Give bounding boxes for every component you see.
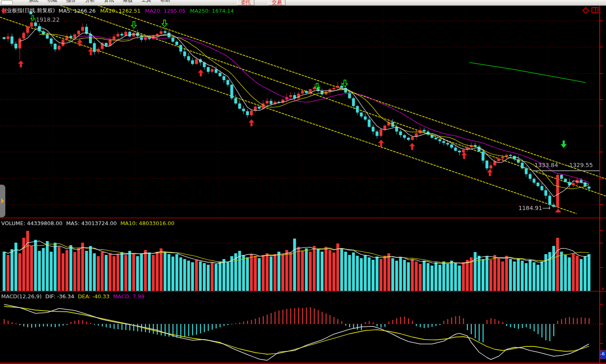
peak-price-label: 1918.22 (36, 16, 60, 23)
low-arrow: ⟶ (542, 205, 550, 211)
axis-value-badge: -6 (600, 350, 606, 359)
buy-signal-arrow (88, 48, 94, 55)
menu-item-6[interactable]: 工具 (141, 0, 151, 4)
diamond-icon[interactable] (582, 7, 589, 14)
ma-values: MA5: 1266.26MA10: 1262.51MA20: 1295.05MA… (58, 8, 234, 14)
sell-signal-arrow (342, 80, 348, 87)
menu-items: 系统功能报价分析资讯港股工具帮助 (29, 0, 170, 4)
menu-item-7[interactable]: 帮助 (160, 0, 170, 4)
menu-item-0[interactable]: 系统 (29, 0, 38, 4)
chart-title: 创业板指(日线.前复权) (1, 7, 55, 14)
price-level-line[interactable] (533, 170, 599, 171)
menu-item-4[interactable]: 资讯 (104, 0, 114, 4)
buy-signal-arrow (461, 152, 467, 159)
menubar: 系统功能报价分析资讯港股工具帮助 委托 交易 (0, 0, 606, 6)
macd-value-0: MACD(12,26,9) (1, 293, 42, 299)
buy-signal-arrow (198, 69, 204, 76)
ma-value-0: MA5: 1266.26 (58, 8, 96, 14)
level-label-left: 1333.84 (534, 162, 558, 168)
low-price-label: 1184.91⟶ (518, 205, 550, 211)
low-point-triangle (555, 209, 561, 212)
sell-signal-arrow (314, 83, 320, 90)
volume-value-0: VOLUME: 44339808.00 (1, 220, 63, 226)
buy-signal-arrow (378, 140, 384, 147)
split-window-icon[interactable] (591, 7, 599, 14)
volume-value-1: MA5: 43013724.00 (66, 220, 117, 226)
peak-square-icon (29, 11, 32, 14)
menu-item-2[interactable]: 报价 (66, 0, 76, 4)
volume-header: VOLUME: 44339808.00MA5: 43013724.00MA10:… (1, 220, 175, 226)
menu-item-3[interactable]: 分析 (85, 0, 95, 4)
up-arrow-icon (1, 8, 6, 13)
level-label-right: –1329.55 (566, 162, 593, 168)
corner-icons (582, 7, 599, 14)
macd-value-1: DIF: -36.34 (45, 293, 74, 299)
menu-button-2[interactable]: 交易 (268, 0, 285, 5)
main-chart-header: 创业板指(日线.前复权) MA5: 1266.26MA10: 1262.51MA… (1, 7, 234, 14)
ma-value-3: MA250: 1674.14 (190, 8, 234, 14)
sell-signal-arrow (162, 20, 168, 27)
buy-signal-arrow (18, 60, 24, 67)
macd-value-3: MACD: 7.99 (113, 293, 144, 299)
buy-signal-arrow (77, 39, 83, 46)
menu-item-1[interactable]: 功能 (47, 0, 57, 4)
flyout-arrow-icon (1, 198, 4, 204)
macd-header: MACD(12,26,9)DIF: -36.34DEA: -40.33MACD:… (1, 293, 144, 299)
sell-filled-arrow (561, 141, 567, 148)
sidebar-flyout-handle[interactable] (0, 185, 5, 217)
menu-item-5[interactable]: 港股 (123, 0, 132, 4)
menu-button-1[interactable]: 委托 (237, 0, 254, 5)
sell-signal-arrow (131, 21, 137, 29)
buy-signal-arrow (487, 169, 493, 176)
app-window: 系统功能报价分析资讯港股工具帮助 委托 交易 创业板指(日线.前复权) MA5:… (0, 0, 606, 364)
macd-value-2: DEA: -40.33 (78, 293, 109, 299)
peak-down-arrow (30, 15, 35, 21)
ma-value-2: MA20: 1295.05 (145, 8, 186, 14)
app-logo[interactable] (1, 0, 13, 5)
buy-signal-arrow (249, 119, 254, 126)
close-panel-icon[interactable]: ✕ (601, 286, 605, 292)
ma-value-1: MA10: 1262.51 (100, 8, 141, 14)
buy-signal-arrow (409, 143, 415, 150)
volume-value-2: MA10: 48033016.00 (121, 220, 175, 226)
